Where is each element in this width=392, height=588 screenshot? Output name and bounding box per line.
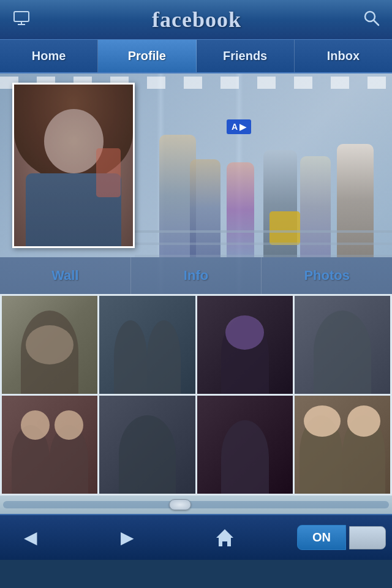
scroll-thumb[interactable]: [169, 499, 191, 510]
scroll-bar[interactable]: [0, 496, 392, 514]
photo-cell-8[interactable]: [295, 396, 390, 494]
profile-area: A ▶ Wall Info Photos: [0, 74, 392, 294]
figure-in-photo: [96, 148, 121, 197]
railing: [135, 230, 392, 233]
person-5: [300, 156, 331, 257]
person-2: [190, 159, 221, 257]
search-icon[interactable]: [363, 9, 380, 30]
top-bar: facebook: [0, 0, 392, 40]
tab-photos[interactable]: Photos: [262, 257, 392, 294]
nav-home[interactable]: Home: [0, 40, 98, 72]
scroll-track: [3, 501, 389, 508]
photo-cell-2[interactable]: [99, 296, 195, 394]
person-6: [337, 144, 374, 257]
toggle-on-button[interactable]: ON: [297, 525, 346, 550]
menu-icon[interactable]: [12, 9, 31, 31]
back-button[interactable]: ◀: [6, 522, 55, 553]
nav-inbox[interactable]: Inbox: [295, 40, 392, 72]
profile-tabs: Wall Info Photos: [0, 257, 392, 294]
photo-cell-5[interactable]: [2, 396, 97, 494]
photo-cell-3[interactable]: [197, 296, 293, 394]
svg-marker-6: [216, 529, 233, 546]
photo-cell-7[interactable]: [197, 396, 293, 494]
photo-cell-1[interactable]: [2, 296, 97, 394]
yellow-bag: [270, 211, 300, 245]
home-button[interactable]: [200, 522, 249, 553]
person-3: [227, 162, 254, 257]
nav-bar: Home Profile Friends Inbox: [0, 40, 392, 74]
bottom-toolbar: ◀ ▶ ON: [0, 514, 392, 560]
nav-friends[interactable]: Friends: [197, 40, 295, 72]
profile-photo[interactable]: [12, 83, 135, 248]
photo-cell-4[interactable]: [295, 296, 390, 394]
photo-cell-6[interactable]: [99, 396, 195, 494]
toggle-group: ON: [297, 525, 386, 550]
forward-button[interactable]: ▶: [103, 522, 152, 553]
photos-grid: [0, 294, 392, 496]
profile-photo-inner: [14, 85, 133, 246]
toggle-off-button[interactable]: [349, 526, 386, 549]
svg-rect-0: [14, 12, 29, 21]
app-title: facebook: [152, 7, 241, 32]
tab-info[interactable]: Info: [131, 257, 262, 294]
nav-profile[interactable]: Profile: [98, 40, 196, 72]
tab-wall[interactable]: Wall: [0, 257, 131, 294]
svg-line-5: [374, 20, 379, 25]
metro-sign-1: A ▶: [227, 119, 251, 134]
